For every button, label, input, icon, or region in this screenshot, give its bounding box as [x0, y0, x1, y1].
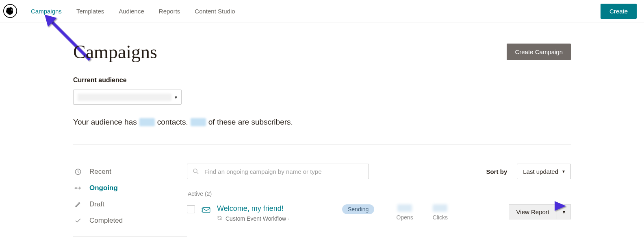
audience-summary-text: Your audience has: [73, 118, 137, 127]
audience-value-redacted: [78, 94, 171, 101]
status-badge: Sending: [342, 204, 374, 214]
audience-summary: Your audience has contacts. of these are…: [73, 118, 571, 127]
sidebar-item-label: Draft: [89, 200, 104, 208]
sort-value: Last updated: [523, 168, 558, 175]
row-checkbox[interactable]: [187, 205, 195, 213]
sidebar-item-completed[interactable]: Completed: [73, 213, 187, 229]
sort-by-label: Sort by: [486, 168, 507, 175]
svg-point-7: [76, 188, 77, 188]
contacts-count-redacted: [139, 118, 155, 126]
divider: [73, 145, 571, 145]
chevron-down-icon: ▾: [563, 209, 565, 215]
page-title: Campaigns: [73, 41, 157, 63]
clicks-label: Clicks: [433, 214, 448, 221]
opens-label: Opens: [396, 214, 413, 221]
create-button[interactable]: Create: [601, 4, 637, 19]
arrow-dots-icon: [74, 186, 82, 190]
opens-stat: Opens: [396, 204, 413, 221]
search-input[interactable]: [204, 168, 364, 175]
campaign-subtitle: Custom Event Workflow ·: [226, 215, 289, 222]
top-nav: Campaigns Templates Audience Reports Con…: [0, 0, 644, 22]
clicks-value-redacted: [433, 204, 447, 212]
sidebar-item-draft[interactable]: Draft: [73, 196, 187, 213]
nav-audience[interactable]: Audience: [119, 8, 144, 15]
svg-point-2: [13, 9, 13, 10]
search-field[interactable]: [187, 164, 369, 179]
sidebar-item-label: Recent: [89, 168, 111, 176]
clock-icon: [74, 168, 82, 175]
svg-point-6: [75, 188, 76, 188]
svg-rect-10: [203, 207, 210, 213]
nav-campaigns[interactable]: Campaigns: [31, 8, 62, 15]
clicks-stat: Clicks: [433, 204, 448, 221]
nav-templates[interactable]: Templates: [76, 8, 104, 15]
chevron-down-icon: ▾: [175, 94, 177, 100]
campaign-title-link[interactable]: Welcome, my friend!: [217, 204, 284, 213]
primary-nav: Campaigns Templates Audience Reports Con…: [31, 8, 235, 15]
audience-summary-text: contacts.: [157, 118, 188, 127]
sidebar-item-ongoing[interactable]: Ongoing: [73, 180, 187, 196]
sidebar-item-label: Ongoing: [89, 184, 118, 192]
create-campaign-button[interactable]: Create Campaign: [507, 44, 571, 60]
chevron-down-icon: ▾: [562, 169, 565, 174]
nav-reports[interactable]: Reports: [159, 8, 180, 15]
opens-value-redacted: [397, 204, 412, 212]
campaign-list-panel: Sort by Last updated ▾ Active (2): [187, 164, 571, 241]
view-report-button[interactable]: View Report: [509, 204, 557, 219]
subscribers-count-redacted: [191, 118, 206, 126]
divider: [73, 236, 187, 237]
campaign-filter-sidebar: Recent Ongoing Draft: [73, 164, 187, 241]
audience-select[interactable]: ▾: [73, 90, 182, 105]
sort-select[interactable]: Last updated ▾: [517, 164, 571, 179]
audience-summary-text: of these are subscribers.: [208, 118, 293, 127]
mailchimp-logo-icon[interactable]: [3, 4, 17, 18]
current-audience-label: Current audience: [73, 77, 571, 84]
search-icon: [192, 168, 199, 175]
campaign-row: Welcome, my friend! Custom Event Workflo…: [187, 204, 571, 222]
nav-content-studio[interactable]: Content Studio: [195, 8, 235, 15]
svg-point-1: [11, 9, 12, 10]
cycle-icon: [217, 215, 222, 222]
active-section-heading: Active (2): [188, 191, 571, 197]
check-icon: [74, 217, 82, 224]
sidebar-item-label: Completed: [89, 217, 123, 225]
automation-envelope-icon: [201, 204, 211, 217]
pencil-icon: [74, 201, 82, 208]
svg-point-9: [193, 169, 197, 173]
view-report-dropdown[interactable]: ▾: [557, 204, 571, 219]
sidebar-item-recent[interactable]: Recent: [73, 164, 187, 180]
